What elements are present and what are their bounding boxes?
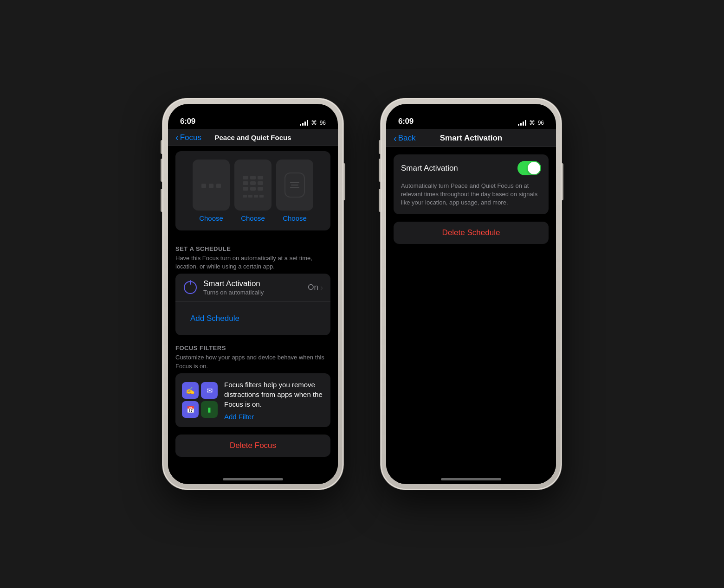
back-label-1[interactable]: Focus xyxy=(180,133,201,142)
calendar-icon: 📅 xyxy=(187,406,194,413)
signal-bars-2 xyxy=(518,120,526,126)
signal-bar xyxy=(525,120,526,126)
home-indicator-1 xyxy=(223,478,283,480)
toggle-knob xyxy=(528,162,540,174)
phone-shell-2: 6:09 ⌘ 96 ‹ B xyxy=(381,98,562,490)
signal-bars-1 xyxy=(300,120,308,126)
volume-down-button[interactable] xyxy=(161,189,162,212)
filter-icon-calendar: 📅 xyxy=(182,401,199,418)
side-button[interactable] xyxy=(343,163,345,200)
power-icon xyxy=(184,281,197,294)
smart-activation-right: On › xyxy=(308,283,323,293)
schedule-section-title: SET A SCHEDULE xyxy=(175,245,330,252)
filter-icon-messages: ✍ xyxy=(182,382,199,399)
signal-bar xyxy=(523,121,524,126)
nav-title-2: Smart Activation xyxy=(440,134,502,143)
signal-bar xyxy=(307,120,308,126)
dynamic-island-1 xyxy=(225,109,281,125)
back-chevron-2: ‹ xyxy=(394,134,397,143)
messages-icon: ✍ xyxy=(186,386,195,395)
add-filter-button[interactable]: Add Filter xyxy=(224,413,324,421)
phone-1: 6:09 ⌘ 96 ‹ F xyxy=(162,98,343,490)
toggle-row[interactable]: Smart Activation xyxy=(394,154,549,182)
smart-activation-value: On xyxy=(308,283,318,292)
schedule-card: Smart Activation Turns on automatically … xyxy=(175,274,330,335)
filters-section-desc: Customize how your apps and device behav… xyxy=(175,353,330,370)
battery-icon-small: ▮ xyxy=(207,406,211,413)
phone-screen-2: 6:09 ⌘ 96 ‹ B xyxy=(386,104,556,484)
smart-activation-subtitle: Turns on automatically xyxy=(203,289,308,296)
add-schedule-row[interactable]: Add Schedule xyxy=(175,302,330,335)
home-indicator-2 xyxy=(441,478,501,480)
back-label-2[interactable]: Back xyxy=(398,134,416,143)
chooser-item-3[interactable]: Choose xyxy=(276,160,313,222)
nav-bar-1: ‹ Focus Peace and Quiet Focus xyxy=(168,129,338,146)
toggle-label: Smart Activation xyxy=(401,164,458,173)
phone-2: 6:09 ⌘ 96 ‹ B xyxy=(381,98,562,490)
status-time-2: 6:09 xyxy=(398,117,414,126)
add-schedule-button[interactable]: Add Schedule xyxy=(183,307,247,330)
choose-label-2[interactable]: Choose xyxy=(241,214,265,222)
smart-activation-toggle[interactable] xyxy=(517,161,541,175)
preview-dots xyxy=(201,184,221,188)
filter-icons-grid: ✍ ✉ 📅 ▮ xyxy=(182,382,218,418)
smart-activation-content: Smart Activation Turns on automatically xyxy=(203,279,308,296)
back-chevron-1: ‹ xyxy=(175,133,179,142)
smart-activation-icon xyxy=(183,280,198,295)
nav-back-2[interactable]: ‹ Back xyxy=(394,134,415,143)
volume-up-button[interactable] xyxy=(161,159,162,182)
choose-label-1[interactable]: Choose xyxy=(199,214,223,222)
chooser-preview-2 xyxy=(234,160,272,211)
filter-icon-battery: ▮ xyxy=(201,401,218,418)
side-button-2[interactable] xyxy=(562,163,563,200)
toggle-description: Automatically turn Peace and Quiet Focus… xyxy=(394,182,549,214)
signal-bar xyxy=(304,121,306,126)
nav-back-1[interactable]: ‹ Focus xyxy=(175,133,201,142)
lock-chooser: Choose xyxy=(175,155,330,227)
filters-section-title: FOCUS FILTERS xyxy=(175,345,330,352)
signal-bar xyxy=(302,123,304,126)
filter-preview-card: ✍ ✉ 📅 ▮ xyxy=(175,373,330,427)
delete-schedule-button[interactable]: Delete Schedule xyxy=(394,222,549,244)
mail-icon: ✉ xyxy=(207,386,213,395)
screen-content-1: ‹ Focus Peace and Quiet Focus xyxy=(168,129,338,484)
choose-label-3[interactable]: Choose xyxy=(283,214,307,222)
dynamic-island-2 xyxy=(443,109,499,125)
silent-button-2[interactable] xyxy=(379,140,381,154)
phone-screen-1: 6:09 ⌘ 96 ‹ F xyxy=(168,104,338,484)
chooser-item-1[interactable]: Choose xyxy=(193,160,230,222)
smart-activation-chevron: › xyxy=(320,283,323,293)
status-icons-2: ⌘ 96 xyxy=(518,119,544,126)
watch-preview xyxy=(284,173,305,198)
chooser-item-2[interactable]: Choose xyxy=(234,160,272,222)
filter-description: Focus filters help you remove distractio… xyxy=(224,380,324,409)
scroll-content-1[interactable]: Choose xyxy=(168,146,338,477)
phone-shell-1: 6:09 ⌘ 96 ‹ F xyxy=(162,98,343,490)
volume-up-button-2[interactable] xyxy=(379,159,381,182)
status-time-1: 6:09 xyxy=(180,117,195,126)
nav-bar-2: ‹ Back Smart Activation xyxy=(386,129,556,147)
delete-focus-button[interactable]: Delete Focus xyxy=(175,435,330,457)
filter-text-content: Focus filters help you remove distractio… xyxy=(224,380,324,421)
schedule-section-desc: Have this Focus turn on automatically at… xyxy=(175,254,330,271)
chooser-preview-1 xyxy=(193,160,230,211)
signal-bar xyxy=(520,123,522,126)
scroll-content-2[interactable]: Smart Activation Automatically turn Peac… xyxy=(386,147,556,478)
silent-button[interactable] xyxy=(161,140,162,154)
signal-bar xyxy=(518,124,519,126)
battery-percent-2: 96 xyxy=(538,120,544,126)
nav-title-1: Peace and Quiet Focus xyxy=(214,134,291,141)
status-icons-1: ⌘ 96 xyxy=(300,119,326,126)
filters-section-header: FOCUS FILTERS Customize how your apps an… xyxy=(168,335,338,373)
smart-activation-row[interactable]: Smart Activation Turns on automatically … xyxy=(175,274,330,302)
wifi-icon-2: ⌘ xyxy=(529,119,535,126)
chooser-preview-3 xyxy=(276,160,313,211)
screen-content-2: ‹ Back Smart Activation Smart Activation xyxy=(386,129,556,484)
filter-icon-mail: ✉ xyxy=(201,382,218,399)
smart-activation-title: Smart Activation xyxy=(203,279,308,288)
smart-activation-card: Smart Activation Automatically turn Peac… xyxy=(394,154,549,214)
volume-down-button-2[interactable] xyxy=(379,189,381,212)
wifi-icon-1: ⌘ xyxy=(311,119,317,126)
schedule-section-header: SET A SCHEDULE Have this Focus turn on a… xyxy=(168,236,338,274)
signal-bar xyxy=(300,124,301,126)
